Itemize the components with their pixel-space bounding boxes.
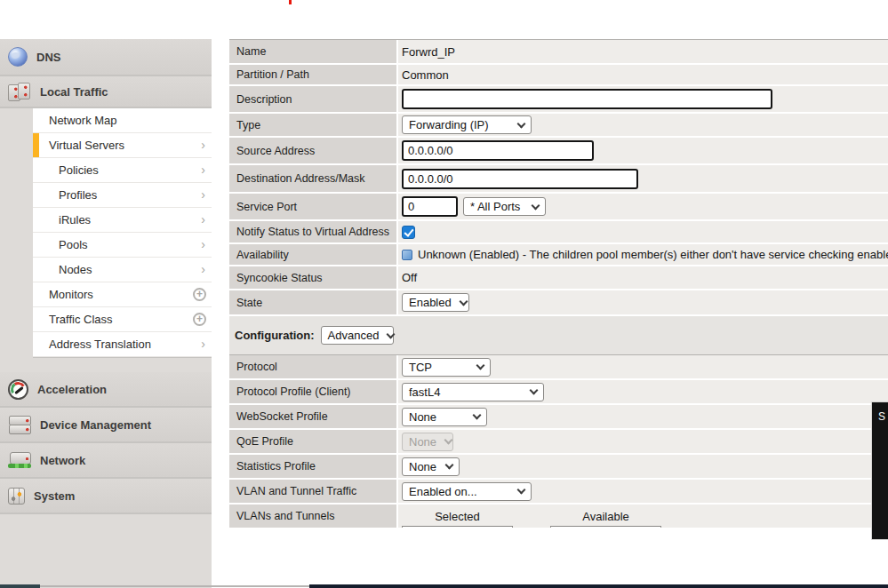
field-label: Service Port [229, 194, 398, 219]
chevron-down-icon [476, 362, 485, 370]
configuration-band: Configuration: Advanced [229, 316, 888, 354]
vlan-tunnel-traffic-select[interactable]: Enabled on... [402, 482, 532, 501]
sidebar: DNS Local Traffic Network Map Virtual Se… [0, 39, 212, 588]
sidebar-item-monitors[interactable]: Monitors + [33, 282, 212, 307]
sidebar-item-virtual-servers[interactable]: Virtual Servers › [33, 133, 212, 158]
websocket-profile-select[interactable]: None [402, 408, 487, 426]
sidebar-section-label: System [34, 489, 75, 503]
chevron-down-icon [532, 201, 540, 210]
sidebar-section-device-management[interactable]: Device Management [0, 408, 212, 443]
field-label: WebSocket Profile [229, 405, 398, 428]
sidebar-item-traffic-class[interactable]: Traffic Class + [33, 307, 212, 332]
chevron-down-icon [387, 330, 396, 338]
selected-header: Selected [435, 510, 480, 523]
selected-listbox[interactable]: ▲ /Common VLAN_1 ▼ [402, 526, 513, 528]
statistics-profile-select[interactable]: None [402, 457, 460, 476]
side-tab-label: S [878, 410, 885, 423]
sidebar-item-network-map[interactable]: Network Map [33, 108, 212, 133]
protocol-select[interactable]: TCP [402, 358, 491, 377]
add-circle-icon[interactable]: + [193, 288, 206, 301]
configuration-label: Configuration: [235, 329, 315, 342]
available-column: Available ▲ /Common VLAN_2 http-tunnel s… [550, 510, 661, 528]
menu-item-label: Profiles [59, 188, 97, 202]
general-properties-table: Name Forwrd_IP Partition / Path Common D… [229, 39, 888, 316]
sidebar-section-local-traffic[interactable]: Local Traffic [0, 76, 212, 108]
virtual-server-properties: Name Forwrd_IP Partition / Path Common D… [229, 39, 888, 588]
description-input[interactable] [402, 89, 772, 109]
network-device-icon [8, 451, 31, 469]
row-state: State Enabled [229, 290, 888, 316]
row-source-address: Source Address [229, 138, 888, 165]
dns-globe-icon [8, 47, 28, 67]
chevron-down-icon [445, 461, 454, 470]
device-stack-icon [8, 415, 31, 434]
menu-item-label: Virtual Servers [49, 139, 124, 152]
chevron-right-icon: › [201, 263, 205, 275]
field-label: Notify Status to Virtual Address [229, 221, 398, 242]
sidebar-item-nodes[interactable]: Nodes › [33, 258, 212, 282]
vlans-dual-list: Selected ▲ /Common VLAN_1 ▼ << >> Avai [402, 510, 661, 528]
row-vlan-tunnel-traffic: VLAN and Tunnel Traffic Enabled on... [229, 480, 888, 505]
field-label: Protocol Profile (Client) [229, 380, 398, 403]
sidebar-item-profiles[interactable]: Profiles › [33, 183, 212, 208]
sidebar-section-network[interactable]: Network [0, 443, 212, 479]
chevron-down-icon [444, 436, 453, 445]
field-label: Syncookie Status [229, 266, 398, 289]
destination-address-input[interactable] [402, 169, 638, 189]
row-partition: Partition / Path Common [229, 65, 888, 86]
field-label: Availability [229, 244, 398, 265]
sidebar-section-acceleration[interactable]: Acceleration [0, 372, 212, 408]
type-select[interactable]: Forwarding (IP) [402, 115, 532, 134]
field-label: Type [229, 114, 398, 136]
row-service-port: Service Port * All Ports [229, 194, 888, 221]
sidebar-section-label: Network [40, 454, 85, 467]
field-label: VLAN and Tunnel Traffic [229, 480, 398, 503]
service-port-input[interactable] [402, 196, 458, 217]
bottom-edge-right [309, 584, 888, 588]
field-label: Source Address [229, 138, 398, 163]
chevron-right-icon: › [201, 188, 205, 201]
sidebar-item-address-translation[interactable]: Address Translation › [33, 332, 212, 357]
row-vlans-and-tunnels: VLANs and Tunnels Selected ▲ /Common VLA… [229, 505, 888, 529]
chevron-right-icon: › [201, 139, 205, 151]
field-label: Protocol [229, 355, 398, 378]
chevron-right-icon: › [201, 238, 205, 250]
protocol-profile-client-select[interactable]: fastL4 [402, 383, 544, 401]
red-annotation-mark [289, 0, 292, 4]
local-traffic-icon [8, 82, 31, 101]
chevron-down-icon [459, 297, 468, 306]
sidebar-section-dns[interactable]: DNS [0, 39, 212, 76]
selected-column: Selected ▲ /Common VLAN_1 ▼ [402, 510, 513, 528]
sidebar-item-irules[interactable]: iRules › [33, 208, 212, 233]
local-traffic-submenu: Network Map Virtual Servers › Policies ›… [33, 108, 212, 358]
sidebar-section-label: Acceleration [37, 383, 107, 396]
state-select[interactable]: Enabled [402, 293, 469, 312]
name-value: Forwrd_IP [402, 45, 455, 59]
qoe-profile-select-disabled: None [402, 433, 453, 451]
menu-item-label: Pools [59, 238, 88, 251]
configuration-view-select[interactable]: Advanced [321, 326, 394, 345]
side-panel-tab[interactable]: S [871, 401, 888, 540]
source-address-input[interactable] [402, 140, 594, 161]
chevron-down-icon [517, 486, 526, 495]
sidebar-section-system[interactable]: System [0, 479, 212, 514]
menu-item-label: Network Map [49, 114, 117, 127]
chevron-down-icon [530, 386, 539, 395]
available-listbox[interactable]: ▲ /Common VLAN_2 http-tunnel socks-tunne… [550, 526, 661, 528]
notify-status-checkbox[interactable] [402, 226, 415, 239]
row-availability: Availability Unknown (Enabled) - The chi… [229, 244, 888, 266]
sidebar-section-label: DNS [36, 51, 60, 64]
row-name: Name Forwrd_IP [229, 40, 888, 65]
sidebar-item-policies[interactable]: Policies › [33, 158, 212, 183]
partition-value: Common [402, 68, 449, 82]
chevron-right-icon: › [201, 338, 205, 350]
configuration-table: Protocol TCP Protocol Profile (Client) f… [229, 354, 888, 529]
add-circle-icon[interactable]: + [193, 313, 206, 326]
row-description: Description [229, 86, 888, 114]
field-label: Statistics Profile [229, 455, 398, 478]
sidebar-section-label: Local Traffic [40, 85, 108, 99]
sidebar-spacer [0, 358, 212, 372]
field-label: VLANs and Tunnels [229, 505, 398, 528]
sidebar-item-pools[interactable]: Pools › [33, 233, 212, 258]
service-port-select[interactable]: * All Ports [463, 197, 546, 216]
